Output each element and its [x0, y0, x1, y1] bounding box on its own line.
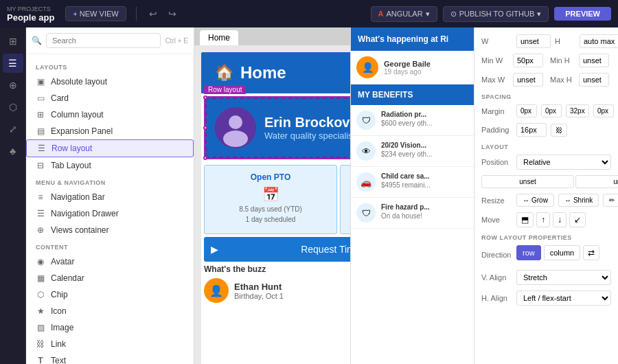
layout-item-tab[interactable]: ⊟ Tab Layout	[26, 157, 194, 174]
w-input[interactable]	[516, 34, 551, 48]
resize-label: Resize	[481, 196, 512, 205]
vision-icon: 👁	[356, 141, 376, 161]
sidebar-icon-theme[interactable]: ⬡	[3, 98, 23, 117]
image-icon: ▨	[36, 323, 45, 332]
shrink-button[interactable]: ↔ Shrink	[558, 194, 599, 207]
search-shortcut: Ctrl + E	[165, 37, 188, 45]
redo-button[interactable]: ↪	[165, 7, 179, 21]
margin-bottom-input[interactable]	[566, 104, 589, 117]
absolute-layout-icon: ▣	[36, 77, 45, 87]
absolute-layout-label: Absolute layout	[51, 77, 107, 87]
publish-button[interactable]: ⊙ PUBLISH TO GITHUB ▾	[443, 6, 549, 22]
grow-button[interactable]: ↔ Grow	[516, 194, 554, 207]
layout-item-column[interactable]: ⊞ Column layout	[26, 106, 194, 123]
row-layout-selection-label: Row layout	[204, 85, 246, 94]
sidebar-icon-layers[interactable]: ⊞	[3, 32, 23, 51]
direction-swap-button[interactable]: ⇄	[583, 245, 599, 260]
home-icon: 🏠	[215, 64, 233, 82]
pos-right[interactable]	[575, 175, 618, 188]
open-pto-card: Open PTO 📅 8.5 days used (YTD) 1 day sch…	[204, 165, 337, 234]
layout-item-row[interactable]: ☰ Row layout	[26, 139, 194, 157]
halign-select[interactable]: Left / flex-start Center Right / flex-en…	[516, 291, 611, 306]
calendar-label: Calendar	[51, 273, 84, 283]
request-time-off-button[interactable]: ▶ Request Time Off ✉	[204, 237, 350, 262]
props-minwh-row: Min W Min H	[481, 54, 611, 67]
position-select[interactable]: Relative Absolute Fixed	[516, 155, 611, 170]
benefit-childcare: 🚗 Child care sa... $4955 remaini...	[351, 167, 474, 198]
minh-input[interactable]	[579, 54, 609, 67]
buzz-item: 👤 Ethan Hunt Birthday, Oct 1 👥	[204, 278, 350, 303]
handle-ml[interactable]	[203, 126, 207, 130]
layout-item-expansion[interactable]: ▤ Expansion Panel	[26, 123, 194, 139]
sidebar-icon-settings[interactable]: ♣	[3, 141, 23, 161]
user-card: Erin Brockovich Water quality specialist	[205, 98, 350, 158]
avatar-svg	[215, 107, 256, 148]
layout-item-card[interactable]: ▭ Card	[26, 90, 194, 106]
move-down-button[interactable]: ↓	[553, 212, 566, 227]
benefits-panel: What's happening at Ri 👤 George Baile 19…	[350, 27, 474, 364]
halign-label: H. Align	[481, 294, 512, 302]
resize-settings-button[interactable]: ✏	[603, 194, 618, 207]
layout-item-icon[interactable]: ★ Icon	[26, 303, 194, 319]
handle-bl[interactable]	[203, 156, 207, 160]
benefit-radiation-text: Radiation pr... $600 every oth...	[381, 111, 433, 127]
my-benefits-header: MY BENEFITS	[351, 84, 474, 105]
column-direction-button[interactable]: column	[544, 245, 580, 260]
position-values	[481, 175, 611, 188]
canvas-tab-home[interactable]: Home	[200, 30, 238, 45]
maxh-input[interactable]	[579, 73, 609, 87]
padding-input[interactable]	[516, 123, 547, 137]
valign-select[interactable]: Stretch Start Center End	[516, 270, 611, 285]
h-input[interactable]	[580, 34, 618, 48]
layout-item-avatar[interactable]: ◉ Avatar	[26, 253, 194, 270]
move-top-button[interactable]: ⬒	[516, 212, 534, 227]
sidebar-icon-data[interactable]: ⤢	[3, 120, 23, 139]
sidebar-icon-components[interactable]: ☰	[3, 54, 23, 73]
move-bottom-button[interactable]: ↙	[569, 212, 586, 227]
padding-link-button[interactable]: ⛓	[551, 124, 567, 137]
pos-top[interactable]	[481, 175, 574, 188]
maxw-input[interactable]	[513, 73, 543, 87]
benefit-vision-text: 20/20 Vision... $234 every oth...	[381, 141, 433, 158]
navbar-icon: ≡	[36, 192, 45, 202]
card-label: Card	[51, 93, 69, 103]
props-maxwh-row: Max W Max H	[481, 73, 611, 87]
direction-buttons: row column ⇄	[516, 245, 599, 260]
app-name-label: People app	[7, 12, 54, 23]
layout-item-image[interactable]: ▨ Image	[26, 319, 194, 336]
publish-label: PUBLISH TO GITHUB	[459, 10, 535, 18]
handle-tl[interactable]	[203, 95, 207, 100]
minw-input[interactable]	[513, 54, 543, 67]
github-icon: ⊙	[450, 10, 457, 19]
preview-button[interactable]: PREVIEW	[554, 7, 611, 21]
margin-right-input[interactable]	[541, 104, 562, 117]
halign-row: H. Align Left / flex-start Center Right …	[481, 291, 611, 306]
layout-item-navbar[interactable]: ≡ Navigation Bar	[26, 189, 194, 205]
avatar-icon: ◉	[36, 257, 45, 266]
layout-item-link[interactable]: ⛓ Link	[26, 336, 194, 352]
layout-item-absolute[interactable]: ▣ Absolute layout	[26, 73, 194, 90]
sidebar-icon-add[interactable]: ⊕	[3, 76, 23, 95]
search-input[interactable]	[46, 33, 161, 48]
benefit-vision-sub: $234 every oth...	[381, 150, 433, 158]
layout-item-text[interactable]: T Text	[26, 352, 194, 364]
row-direction-button[interactable]: row	[516, 245, 541, 260]
margin-left-input[interactable]	[593, 104, 614, 117]
layout-item-drawer[interactable]: ☰ Navigation Drawer	[26, 205, 194, 222]
new-view-button[interactable]: + NEW VIEW	[65, 6, 126, 21]
layout-item-calendar[interactable]: ▦ Calendar	[26, 270, 194, 286]
angular-button[interactable]: A ANGULAR ▾	[371, 6, 437, 22]
move-up-button[interactable]: ↑	[536, 212, 550, 227]
row-layout-selection[interactable]: Row layout	[204, 96, 350, 159]
benefit-childcare-text: Child care sa... $4955 remaini...	[381, 172, 431, 189]
angular-label: ANGULAR	[386, 10, 422, 18]
angular-icon: A	[378, 10, 384, 18]
layout-item-views[interactable]: ⊕ Views container	[26, 222, 194, 238]
undo-button[interactable]: ↩	[146, 7, 160, 21]
navbar-label: Navigation Bar	[51, 192, 105, 202]
valign-row: V. Align Stretch Start Center End	[481, 270, 611, 285]
margin-top-input[interactable]	[516, 104, 537, 117]
buzz-user-date: Birthday, Oct 1	[234, 292, 284, 300]
layout-item-chip[interactable]: ⬡ Chip	[26, 286, 194, 303]
props-wh-row: W H	[481, 34, 611, 48]
